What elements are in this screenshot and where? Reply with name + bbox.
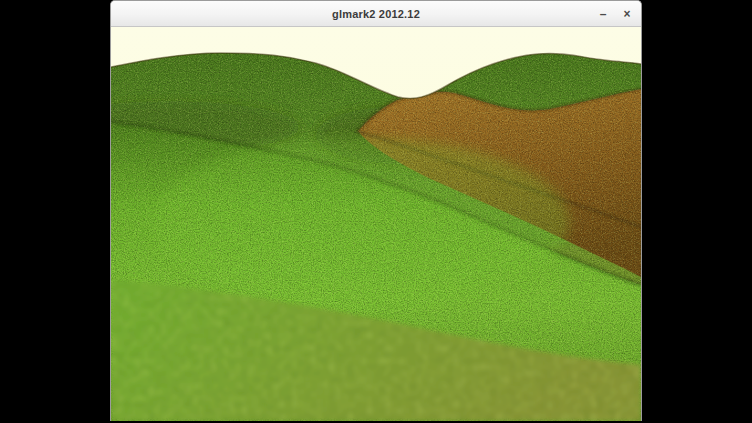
glmark2-window: glmark2 2012.12 – × xyxy=(110,0,642,421)
window-title: glmark2 2012.12 xyxy=(111,1,641,26)
window-controls: – × xyxy=(593,1,637,26)
close-button[interactable]: × xyxy=(617,4,637,23)
terrain-render xyxy=(111,27,641,421)
minimize-button[interactable]: – xyxy=(593,4,613,23)
titlebar[interactable]: glmark2 2012.12 – × xyxy=(111,1,641,27)
